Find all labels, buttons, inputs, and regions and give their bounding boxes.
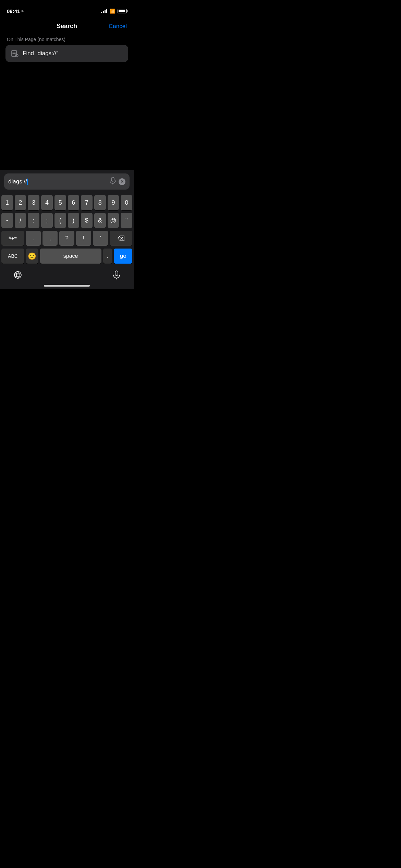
- key-abc[interactable]: ABC: [1, 249, 24, 264]
- special-row: #+= . ， ? ! ': [1, 231, 132, 246]
- key-0[interactable]: 0: [121, 195, 132, 210]
- battery-fill: [119, 10, 125, 12]
- svg-line-4: [18, 57, 19, 57]
- find-on-page-icon: [11, 50, 19, 57]
- symbol-row: - / : ; ( ) $ & @ ": [1, 213, 132, 228]
- mic-button[interactable]: [110, 177, 116, 186]
- key-go[interactable]: go: [114, 249, 132, 264]
- key-period-bottom[interactable]: .: [103, 249, 112, 264]
- status-bar: 09:41 ▹ 📶: [0, 0, 134, 17]
- key-space[interactable]: space: [40, 249, 101, 264]
- location-icon: ▹: [22, 9, 24, 13]
- globe-button[interactable]: [14, 271, 22, 281]
- key-2[interactable]: 2: [15, 195, 26, 210]
- signal-bars: [101, 9, 107, 13]
- mic-bottom-button[interactable]: [113, 270, 120, 281]
- key-8[interactable]: 8: [94, 195, 106, 210]
- svg-rect-5: [111, 177, 114, 181]
- cancel-button[interactable]: Cancel: [109, 23, 127, 30]
- home-bar: [44, 285, 90, 287]
- key-dash[interactable]: -: [1, 213, 13, 228]
- keyboard: 1 2 3 4 5 6 7 8 9 0 - / : ; ( ) $ & @ " …: [0, 192, 134, 268]
- search-section: On This Page (no matches) Find “diags://…: [0, 34, 134, 66]
- key-period[interactable]: .: [26, 231, 41, 246]
- wifi-icon: 📶: [110, 9, 115, 14]
- header: Search Cancel: [0, 17, 134, 34]
- page-title: Search: [57, 23, 77, 30]
- bottom-bar: [0, 268, 134, 283]
- bottom-row: ABC 🙂 space . go: [1, 249, 132, 264]
- key-question[interactable]: ?: [59, 231, 74, 246]
- key-5[interactable]: 5: [54, 195, 66, 210]
- time: 09:41: [7, 8, 20, 14]
- keyboard-area: diags:// ✕ 1 2 3 4 5 6 7 8: [0, 170, 134, 289]
- status-right: 📶: [101, 9, 127, 14]
- key-hashtag-switch[interactable]: #+=: [1, 231, 24, 246]
- find-text: Find “diags://”: [23, 50, 58, 57]
- search-input-bar: diags:// ✕: [0, 170, 134, 192]
- key-9[interactable]: 9: [108, 195, 119, 210]
- key-semicolon[interactable]: ;: [41, 213, 53, 228]
- key-4[interactable]: 4: [41, 195, 53, 210]
- svg-rect-14: [115, 271, 118, 276]
- text-cursor: [27, 179, 28, 185]
- clear-button[interactable]: ✕: [119, 178, 125, 185]
- key-close-paren[interactable]: ): [68, 213, 80, 228]
- find-row[interactable]: Find “diags://”: [5, 45, 128, 62]
- key-apostrophe[interactable]: ': [93, 231, 108, 246]
- content-area: [0, 66, 134, 135]
- battery-icon: [118, 9, 127, 13]
- key-at[interactable]: @: [108, 213, 119, 228]
- delete-icon: [118, 236, 124, 241]
- section-label: On This Page (no matches): [5, 37, 128, 42]
- key-open-paren[interactable]: (: [54, 213, 66, 228]
- key-ampersand[interactable]: &: [94, 213, 106, 228]
- key-6[interactable]: 6: [68, 195, 80, 210]
- key-emoji[interactable]: 🙂: [26, 249, 38, 264]
- search-input-text[interactable]: diags://: [8, 178, 107, 185]
- status-left: 09:41 ▹: [7, 8, 24, 14]
- key-comma[interactable]: ，: [42, 231, 58, 246]
- number-row: 1 2 3 4 5 6 7 8 9 0: [1, 195, 132, 210]
- key-7[interactable]: 7: [81, 195, 93, 210]
- key-delete[interactable]: [110, 231, 132, 246]
- key-1[interactable]: 1: [1, 195, 13, 210]
- home-indicator: [0, 283, 134, 289]
- key-slash[interactable]: /: [15, 213, 26, 228]
- key-3[interactable]: 3: [28, 195, 39, 210]
- key-colon[interactable]: :: [28, 213, 39, 228]
- key-quote[interactable]: ": [121, 213, 132, 228]
- search-input-inner[interactable]: diags:// ✕: [4, 173, 130, 190]
- key-exclaim[interactable]: !: [76, 231, 91, 246]
- key-dollar[interactable]: $: [81, 213, 93, 228]
